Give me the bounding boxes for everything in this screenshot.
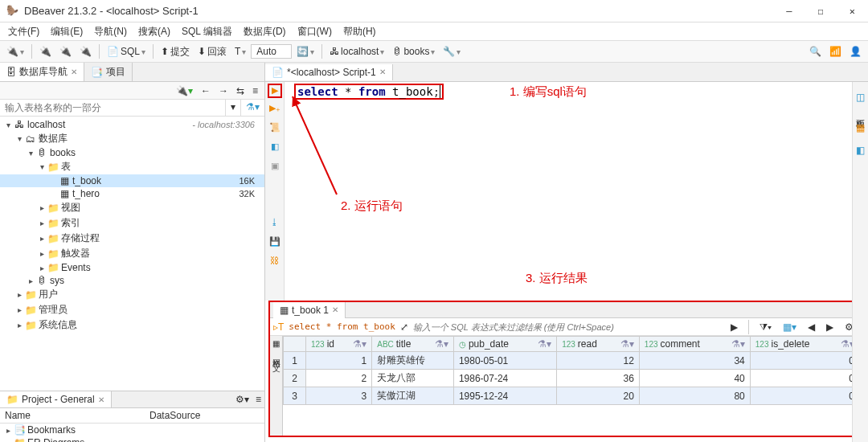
- value-panel-icon[interactable]: ◧: [853, 143, 868, 158]
- tree-item[interactable]: ▸📁管理员: [0, 302, 264, 317]
- nav-prev-icon[interactable]: ◀: [805, 320, 818, 334]
- close-icon[interactable]: ✕: [379, 68, 386, 76]
- fetch-icon[interactable]: ▦▾: [780, 320, 800, 334]
- plug-red-icon[interactable]: 🔌: [56, 44, 75, 59]
- link-icon[interactable]: ⛓: [268, 256, 282, 270]
- plug-batch-icon[interactable]: 🔌: [76, 44, 95, 59]
- funnel-icon[interactable]: ⚗▾: [240, 100, 264, 116]
- tree-item[interactable]: ▾🛢books: [0, 146, 264, 159]
- new-connection-icon[interactable]: 🔌▾: [3, 44, 27, 59]
- annotation-3: 3. 运行结果: [526, 271, 588, 286]
- close-icon[interactable]: ✕: [98, 395, 104, 404]
- tab-project[interactable]: 📑 项目: [84, 63, 133, 81]
- execute-sql-button[interactable]: ▶: [268, 84, 282, 98]
- sql-button[interactable]: 📄SQL▾: [104, 44, 149, 59]
- explain-plan-icon[interactable]: ◧: [268, 141, 282, 156]
- filter-history-icon[interactable]: ⧩▾: [756, 320, 775, 334]
- avatar-icon[interactable]: 👤: [846, 44, 865, 59]
- table-row[interactable]: 22天龙八部1986-07-2436400: [284, 370, 860, 387]
- menu-edit[interactable]: 编辑(E): [46, 23, 88, 40]
- corner-cell[interactable]: [284, 337, 306, 352]
- col-read[interactable]: 123read ⚗▾: [557, 337, 640, 352]
- table-row[interactable]: 11射雕英雄传1980-05-0112340: [284, 352, 860, 370]
- col-comment[interactable]: 123comment ⚗▾: [639, 337, 750, 352]
- connect-icon[interactable]: 🔌▾: [173, 84, 196, 98]
- panels-icon[interactable]: ◫: [853, 90, 868, 104]
- filter-icon[interactable]: ▾: [225, 100, 240, 116]
- tree-item[interactable]: ▸📁存储过程: [0, 231, 264, 246]
- col-is_delete[interactable]: 123is_delete ⚗▾: [750, 337, 859, 352]
- tree-item[interactable]: ▾🗂数据库: [0, 131, 264, 146]
- tree-item[interactable]: ▸📁索引: [0, 215, 264, 231]
- update-icon[interactable]: 📶: [826, 44, 845, 59]
- tree-item[interactable]: ▸🛢sys: [0, 274, 264, 287]
- tree-item[interactable]: ▦t_book16K: [0, 174, 264, 187]
- gear-icon[interactable]: ⚙▾: [232, 392, 252, 407]
- tree-item[interactable]: ▸📁视图: [0, 200, 264, 215]
- menu-help[interactable]: 帮助(H): [338, 23, 381, 40]
- sql-editor[interactable]: select * from t_book; 1. 编写sql语句 2. 运行语句…: [285, 82, 868, 301]
- sql-filter-input[interactable]: [413, 322, 723, 332]
- tree-search-input[interactable]: [0, 100, 225, 116]
- tree-item[interactable]: ▾📁表: [0, 159, 264, 174]
- results-grid[interactable]: 123id ⚗▾ABCtitle ⚗▾◷pub_date ⚗▾123read ⚗…: [283, 336, 860, 405]
- refresh-icon[interactable]: 🔄▾: [293, 44, 317, 59]
- bookmarks-item[interactable]: ▸📑 Bookmarks: [0, 424, 264, 436]
- menu-search[interactable]: 搜索(A): [133, 23, 175, 40]
- tree-item[interactable]: ▸📁触发器: [0, 246, 264, 261]
- tree-item[interactable]: ▸📁用户: [0, 287, 264, 302]
- tree-item[interactable]: ▸📁系统信息: [0, 317, 264, 333]
- db-crumb[interactable]: 🛢 books▾: [389, 44, 438, 59]
- col-title[interactable]: ABCtitle ⚗▾: [372, 337, 454, 352]
- auto-mode[interactable]: Auto: [251, 44, 292, 59]
- stop-icon[interactable]: ▣: [268, 161, 282, 175]
- settings-icon[interactable]: 🔧▾: [440, 44, 464, 59]
- col-name[interactable]: Name: [5, 410, 149, 421]
- nav-back-icon[interactable]: ←: [198, 84, 214, 98]
- nav-fwd-icon[interactable]: →: [215, 84, 231, 98]
- load-icon[interactable]: ⭳: [268, 217, 282, 231]
- tree-item[interactable]: ▦t_hero32K: [0, 187, 264, 200]
- collapse-icon[interactable]: ⇆: [233, 84, 248, 98]
- close-icon[interactable]: ✕: [71, 68, 77, 76]
- settings-menu-icon[interactable]: ≡: [249, 84, 261, 98]
- close-button[interactable]: ✕: [843, 4, 862, 18]
- editor-tab-script[interactable]: 📄 *<localhost> Script-1 ✕: [265, 64, 393, 80]
- query-cursor-icon: ▹T: [273, 321, 284, 333]
- plug-green-icon[interactable]: 🔌: [36, 44, 55, 59]
- menu-bar: 文件(F) 编辑(E) 导航(N) 搜索(A) SQL 编辑器 数据库(D) 窗…: [0, 23, 868, 40]
- tab-db-navigator[interactable]: 🗄 数据库导航 ✕: [0, 63, 84, 81]
- tx-button[interactable]: T▾: [231, 44, 249, 59]
- menu-database[interactable]: 数据库(D): [239, 23, 291, 40]
- maximize-button[interactable]: ☐: [812, 4, 830, 18]
- rollback-button[interactable]: ⬇回滚: [194, 43, 230, 60]
- execute-script-icon[interactable]: 📜: [268, 122, 282, 137]
- nav-next-icon[interactable]: ▶: [823, 320, 837, 334]
- commit-button[interactable]: ⬆提交: [158, 43, 193, 60]
- menu-icon[interactable]: ≡: [252, 392, 264, 407]
- er-diagrams-item[interactable]: ▸📁 ER Diagrams: [0, 436, 264, 442]
- expand-icon[interactable]: ⤢: [400, 321, 408, 333]
- save-icon[interactable]: 💾: [268, 236, 282, 251]
- menu-sql-editor[interactable]: SQL 编辑器: [177, 23, 237, 40]
- col-id[interactable]: 123id ⚗▾: [306, 337, 372, 352]
- minimize-button[interactable]: —: [780, 4, 798, 18]
- table-row[interactable]: 33笑傲江湖1995-12-2420800: [284, 387, 860, 405]
- tree-item[interactable]: ▾🖧localhost- localhost:3306: [0, 118, 264, 131]
- grid-mode-icon[interactable]: ▦: [272, 339, 280, 348]
- execute-new-tab-icon[interactable]: ▶₊: [268, 103, 282, 117]
- tab-project-general[interactable]: 📁 Project - General ✕: [0, 391, 112, 407]
- col-datasource[interactable]: DataSource: [149, 410, 200, 421]
- results-tab[interactable]: ▦ t_book 1 ✕: [273, 302, 346, 318]
- col-pub_date[interactable]: ◷pub_date ⚗▾: [453, 337, 556, 352]
- search-icon[interactable]: 🔍: [806, 44, 825, 59]
- close-icon[interactable]: ✕: [332, 305, 338, 314]
- menu-window[interactable]: 窗口(W): [293, 23, 337, 40]
- tree-item[interactable]: ▸📁Events: [0, 261, 264, 274]
- apply-filter-icon[interactable]: ▶: [727, 320, 741, 334]
- grid-toggle-icon[interactable]: ▦: [853, 121, 868, 135]
- conn-crumb[interactable]: 🖧 localhost▾: [326, 44, 387, 59]
- menu-file[interactable]: 文件(F): [3, 23, 44, 40]
- db-tree[interactable]: ▾🖧localhost- localhost:3306▾🗂数据库▾🛢books▾…: [0, 117, 264, 391]
- menu-navigate[interactable]: 导航(N): [89, 23, 132, 40]
